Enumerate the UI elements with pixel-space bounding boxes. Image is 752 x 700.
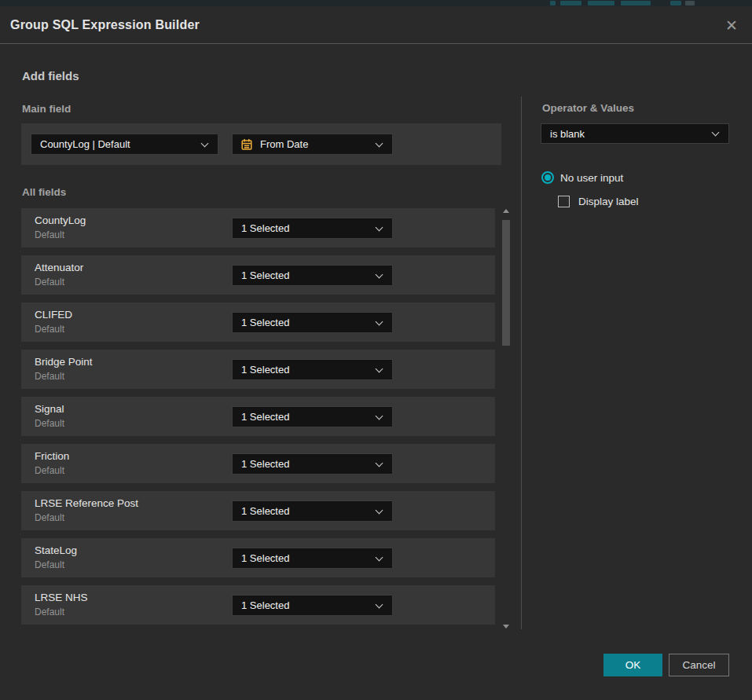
field-row: StateLog Default 1 Selected	[21, 538, 495, 577]
background-accent	[588, 1, 614, 5]
field-name: CountyLog	[35, 214, 86, 226]
field-subtitle: Default	[35, 607, 64, 618]
field-selected-dropdown[interactable]: 1 Selected	[232, 359, 393, 380]
background-app-strip	[0, 0, 752, 6]
field-name: Signal	[35, 403, 64, 415]
scrollbar-thumb[interactable]	[502, 220, 510, 346]
field-name: Bridge Point	[35, 356, 93, 368]
operator-value: is blank	[541, 128, 713, 140]
background-accent	[560, 1, 581, 5]
chevron-down-icon	[376, 270, 383, 278]
field-subtitle: Default	[35, 229, 64, 240]
field-selected-dropdown[interactable]: 1 Selected	[232, 218, 393, 239]
field-selected-dropdown[interactable]: 1 Selected	[232, 406, 393, 427]
field-subtitle: Default	[35, 465, 64, 476]
field-row: Signal Default 1 Selected	[21, 397, 495, 436]
ok-button[interactable]: OK	[603, 654, 662, 676]
dialog-title: Group SQL Expression Builder	[10, 18, 200, 32]
chevron-down-icon	[712, 129, 720, 137]
display-label-text: Display label	[578, 196, 639, 207]
radio-dot	[545, 174, 551, 181]
close-icon[interactable]: ✕	[721, 14, 743, 36]
main-field-label: Main field	[22, 103, 71, 115]
main-field-layer-value: CountyLog | Default	[31, 138, 202, 150]
main-field-layer-dropdown[interactable]: CountyLog | Default	[31, 134, 218, 155]
chevron-down-icon	[376, 600, 383, 608]
field-subtitle: Default	[35, 559, 64, 570]
chevron-down-icon	[376, 365, 383, 372]
add-fields-heading: Add fields	[22, 69, 79, 82]
no-user-input-label: No user input	[560, 172, 623, 184]
field-selected-dropdown[interactable]: 1 Selected	[232, 265, 393, 286]
operator-values-label: Operator & Values	[542, 102, 634, 114]
panel-divider	[521, 97, 522, 629]
cancel-button[interactable]: Cancel	[669, 654, 729, 676]
main-field-field-value: From Date	[253, 138, 376, 150]
field-selected-dropdown[interactable]: 1 Selected	[232, 595, 393, 616]
display-label-checkbox[interactable]: Display label	[558, 196, 639, 207]
field-selected-dropdown[interactable]: 1 Selected	[232, 500, 393, 522]
field-selected-value: 1 Selected	[233, 222, 376, 234]
field-subtitle: Default	[35, 418, 64, 429]
field-selected-value: 1 Selected	[233, 599, 376, 611]
field-selected-dropdown[interactable]: 1 Selected	[232, 312, 393, 333]
chevron-down-icon	[376, 506, 383, 514]
radio-selected-icon	[541, 171, 554, 184]
field-row: Bridge Point Default 1 Selected	[21, 350, 495, 389]
field-subtitle: Default	[35, 277, 64, 288]
field-name: StateLog	[35, 544, 77, 556]
field-selected-value: 1 Selected	[233, 317, 376, 328]
field-row: LRSE Reference Post Default 1 Selected	[21, 491, 495, 530]
group-sql-expression-builder-dialog: Group SQL Expression Builder ✕ Add field…	[0, 6, 752, 700]
all-fields-list: CountyLog Default 1 Selected Attenuator …	[21, 208, 495, 632]
main-field-panel: CountyLog | Default From Date	[21, 123, 501, 165]
field-selected-value: 1 Selected	[233, 458, 376, 470]
field-row: CountyLog Default 1 Selected	[21, 208, 495, 247]
dialog-titlebar: Group SQL Expression Builder ✕	[0, 6, 752, 44]
field-name: LRSE Reference Post	[35, 497, 138, 509]
all-fields-label: All fields	[22, 186, 66, 198]
chevron-down-icon	[376, 412, 383, 420]
operator-dropdown[interactable]: is blank	[541, 123, 729, 144]
field-name: Attenuator	[35, 262, 83, 273]
field-name: LRSE NHS	[35, 592, 88, 603]
background-accent	[550, 1, 556, 5]
scroll-down-icon[interactable]	[503, 625, 509, 629]
field-selected-value: 1 Selected	[233, 505, 376, 517]
background-accent	[670, 1, 681, 5]
field-selected-value: 1 Selected	[233, 269, 376, 281]
field-selected-value: 1 Selected	[233, 552, 376, 564]
background-accent	[621, 1, 651, 5]
field-name: Friction	[35, 450, 69, 462]
field-row: Friction Default 1 Selected	[21, 444, 495, 483]
chevron-down-icon	[376, 459, 383, 467]
checkbox-unchecked-icon	[558, 196, 570, 207]
chevron-down-icon	[376, 139, 383, 147]
background-accent	[685, 1, 695, 5]
field-row: CLIFED Default 1 Selected	[21, 302, 495, 342]
scrollbar[interactable]	[502, 203, 510, 633]
field-subtitle: Default	[35, 324, 64, 335]
no-user-input-radio[interactable]: No user input	[541, 171, 623, 184]
chevron-down-icon	[201, 139, 209, 147]
scroll-up-icon[interactable]	[503, 209, 509, 213]
calendar-icon	[240, 138, 253, 151]
field-subtitle: Default	[35, 512, 64, 523]
field-row: LRSE NHS Default 1 Selected	[21, 585, 495, 625]
field-selected-value: 1 Selected	[233, 364, 376, 376]
chevron-down-icon	[376, 223, 383, 231]
field-subtitle: Default	[35, 371, 64, 382]
field-selected-dropdown[interactable]: 1 Selected	[232, 548, 393, 569]
main-field-field-dropdown[interactable]: From Date	[232, 134, 393, 155]
field-selected-dropdown[interactable]: 1 Selected	[232, 453, 393, 475]
field-selected-value: 1 Selected	[233, 411, 376, 423]
chevron-down-icon	[376, 553, 383, 561]
chevron-down-icon	[376, 317, 383, 325]
field-row: Attenuator Default 1 Selected	[21, 255, 495, 295]
field-name: CLIFED	[35, 309, 72, 321]
